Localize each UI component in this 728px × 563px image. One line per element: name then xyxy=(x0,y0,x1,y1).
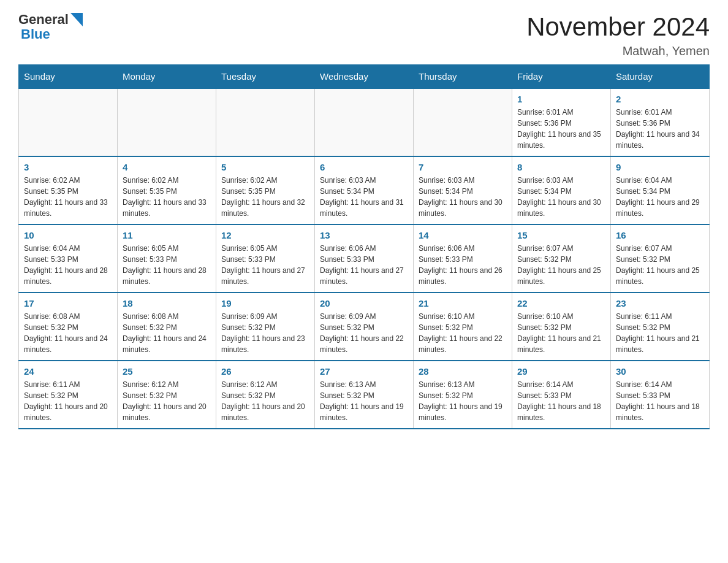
day-number: 22 xyxy=(517,298,605,308)
day-number: 19 xyxy=(221,298,309,308)
day-cell: 29Sunrise: 6:14 AMSunset: 5:33 PMDayligh… xyxy=(512,361,611,429)
day-cell xyxy=(414,88,512,156)
header-tuesday: Tuesday xyxy=(216,65,315,89)
day-cell: 22Sunrise: 6:10 AMSunset: 5:32 PMDayligh… xyxy=(512,293,611,361)
day-info: Sunrise: 6:04 AMSunset: 5:34 PMDaylight:… xyxy=(616,175,704,219)
calendar-table: SundayMondayTuesdayWednesdayThursdayFrid… xyxy=(18,64,710,429)
logo: General Blue xyxy=(18,12,83,42)
day-info: Sunrise: 6:07 AMSunset: 5:32 PMDaylight:… xyxy=(616,243,704,287)
day-info: Sunrise: 6:05 AMSunset: 5:33 PMDaylight:… xyxy=(123,243,211,287)
header-wednesday: Wednesday xyxy=(315,65,414,89)
day-info: Sunrise: 6:06 AMSunset: 5:33 PMDaylight:… xyxy=(320,243,408,287)
day-cell: 13Sunrise: 6:06 AMSunset: 5:33 PMDayligh… xyxy=(315,224,414,293)
day-number: 7 xyxy=(419,162,507,172)
day-number: 4 xyxy=(123,162,211,172)
day-cell xyxy=(118,88,216,156)
title-section: November 2024 Matwah, Yemen xyxy=(526,12,710,58)
day-info: Sunrise: 6:06 AMSunset: 5:33 PMDaylight:… xyxy=(419,243,507,287)
day-cell: 4Sunrise: 6:02 AMSunset: 5:35 PMDaylight… xyxy=(118,156,216,224)
day-info: Sunrise: 6:12 AMSunset: 5:32 PMDaylight:… xyxy=(221,379,309,423)
day-number: 18 xyxy=(123,298,211,308)
header-thursday: Thursday xyxy=(414,65,512,89)
day-info: Sunrise: 6:12 AMSunset: 5:32 PMDaylight:… xyxy=(123,379,211,423)
day-info: Sunrise: 6:01 AMSunset: 5:36 PMDaylight:… xyxy=(616,107,704,151)
day-cell: 14Sunrise: 6:06 AMSunset: 5:33 PMDayligh… xyxy=(414,224,512,293)
day-info: Sunrise: 6:04 AMSunset: 5:33 PMDaylight:… xyxy=(24,243,112,287)
week-row-4: 17Sunrise: 6:08 AMSunset: 5:32 PMDayligh… xyxy=(19,293,710,361)
day-cell: 20Sunrise: 6:09 AMSunset: 5:32 PMDayligh… xyxy=(315,293,414,361)
day-cell: 7Sunrise: 6:03 AMSunset: 5:34 PMDaylight… xyxy=(414,156,512,224)
day-number: 12 xyxy=(221,230,309,240)
calendar-header-row: SundayMondayTuesdayWednesdayThursdayFrid… xyxy=(19,65,710,89)
day-info: Sunrise: 6:02 AMSunset: 5:35 PMDaylight:… xyxy=(221,175,309,219)
day-cell: 30Sunrise: 6:14 AMSunset: 5:33 PMDayligh… xyxy=(611,361,710,429)
day-info: Sunrise: 6:13 AMSunset: 5:32 PMDaylight:… xyxy=(320,379,408,423)
day-cell: 16Sunrise: 6:07 AMSunset: 5:32 PMDayligh… xyxy=(611,224,710,293)
svg-marker-0 xyxy=(70,13,83,26)
day-info: Sunrise: 6:08 AMSunset: 5:32 PMDaylight:… xyxy=(24,311,112,355)
day-cell: 17Sunrise: 6:08 AMSunset: 5:32 PMDayligh… xyxy=(19,293,118,361)
logo-blue-text: Blue xyxy=(21,27,83,42)
logo-arrow-icon xyxy=(70,13,83,26)
day-info: Sunrise: 6:03 AMSunset: 5:34 PMDaylight:… xyxy=(320,175,408,219)
day-info: Sunrise: 6:09 AMSunset: 5:32 PMDaylight:… xyxy=(320,311,408,355)
day-number: 20 xyxy=(320,298,408,308)
day-cell: 2Sunrise: 6:01 AMSunset: 5:36 PMDaylight… xyxy=(611,88,710,156)
day-info: Sunrise: 6:10 AMSunset: 5:32 PMDaylight:… xyxy=(419,311,507,355)
day-cell xyxy=(19,88,118,156)
day-info: Sunrise: 6:03 AMSunset: 5:34 PMDaylight:… xyxy=(419,175,507,219)
day-number: 21 xyxy=(419,298,507,308)
day-cell xyxy=(216,88,315,156)
day-number: 16 xyxy=(616,230,704,240)
day-cell: 18Sunrise: 6:08 AMSunset: 5:32 PMDayligh… xyxy=(118,293,216,361)
logo-general-text: General xyxy=(18,12,69,27)
day-info: Sunrise: 6:02 AMSunset: 5:35 PMDaylight:… xyxy=(24,175,112,219)
day-number: 17 xyxy=(24,298,112,308)
day-cell: 8Sunrise: 6:03 AMSunset: 5:34 PMDaylight… xyxy=(512,156,611,224)
day-cell: 24Sunrise: 6:11 AMSunset: 5:32 PMDayligh… xyxy=(19,361,118,429)
day-cell: 27Sunrise: 6:13 AMSunset: 5:32 PMDayligh… xyxy=(315,361,414,429)
day-info: Sunrise: 6:14 AMSunset: 5:33 PMDaylight:… xyxy=(517,379,605,423)
week-row-1: 1Sunrise: 6:01 AMSunset: 5:36 PMDaylight… xyxy=(19,88,710,156)
day-info: Sunrise: 6:10 AMSunset: 5:32 PMDaylight:… xyxy=(517,311,605,355)
day-number: 24 xyxy=(24,366,112,377)
day-number: 29 xyxy=(517,366,605,377)
day-cell: 26Sunrise: 6:12 AMSunset: 5:32 PMDayligh… xyxy=(216,361,315,429)
day-info: Sunrise: 6:14 AMSunset: 5:33 PMDaylight:… xyxy=(616,379,704,423)
day-number: 2 xyxy=(616,94,704,104)
calendar-title: November 2024 xyxy=(526,12,710,42)
day-cell: 15Sunrise: 6:07 AMSunset: 5:32 PMDayligh… xyxy=(512,224,611,293)
week-row-3: 10Sunrise: 6:04 AMSunset: 5:33 PMDayligh… xyxy=(19,224,710,293)
day-info: Sunrise: 6:07 AMSunset: 5:32 PMDaylight:… xyxy=(517,243,605,287)
page-header: General Blue November 2024 Matwah, Yemen xyxy=(18,12,710,58)
day-info: Sunrise: 6:09 AMSunset: 5:32 PMDaylight:… xyxy=(221,311,309,355)
day-cell: 28Sunrise: 6:13 AMSunset: 5:32 PMDayligh… xyxy=(414,361,512,429)
day-cell: 19Sunrise: 6:09 AMSunset: 5:32 PMDayligh… xyxy=(216,293,315,361)
day-cell: 6Sunrise: 6:03 AMSunset: 5:34 PMDaylight… xyxy=(315,156,414,224)
day-cell xyxy=(315,88,414,156)
day-info: Sunrise: 6:01 AMSunset: 5:36 PMDaylight:… xyxy=(517,107,605,151)
day-number: 14 xyxy=(419,230,507,240)
header-saturday: Saturday xyxy=(611,65,710,89)
week-row-2: 3Sunrise: 6:02 AMSunset: 5:35 PMDaylight… xyxy=(19,156,710,224)
day-number: 1 xyxy=(517,94,605,104)
day-number: 6 xyxy=(320,162,408,172)
day-info: Sunrise: 6:08 AMSunset: 5:32 PMDaylight:… xyxy=(123,311,211,355)
day-cell: 9Sunrise: 6:04 AMSunset: 5:34 PMDaylight… xyxy=(611,156,710,224)
day-number: 3 xyxy=(24,162,112,172)
day-cell: 10Sunrise: 6:04 AMSunset: 5:33 PMDayligh… xyxy=(19,224,118,293)
day-number: 9 xyxy=(616,162,704,172)
day-number: 10 xyxy=(24,230,112,240)
day-number: 26 xyxy=(221,366,309,377)
day-number: 23 xyxy=(616,298,704,308)
day-info: Sunrise: 6:11 AMSunset: 5:32 PMDaylight:… xyxy=(24,379,112,423)
day-number: 15 xyxy=(517,230,605,240)
day-number: 13 xyxy=(320,230,408,240)
day-info: Sunrise: 6:11 AMSunset: 5:32 PMDaylight:… xyxy=(616,311,704,355)
day-cell: 12Sunrise: 6:05 AMSunset: 5:33 PMDayligh… xyxy=(216,224,315,293)
header-monday: Monday xyxy=(118,65,216,89)
day-number: 11 xyxy=(123,230,211,240)
week-row-5: 24Sunrise: 6:11 AMSunset: 5:32 PMDayligh… xyxy=(19,361,710,429)
day-cell: 21Sunrise: 6:10 AMSunset: 5:32 PMDayligh… xyxy=(414,293,512,361)
day-number: 8 xyxy=(517,162,605,172)
